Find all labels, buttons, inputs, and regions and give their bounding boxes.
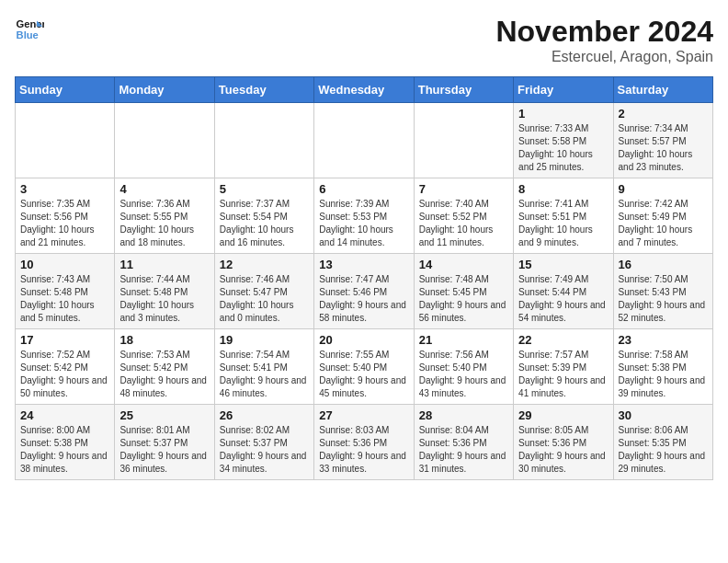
table-row: 17Sunrise: 7:52 AM Sunset: 5:42 PM Dayli… <box>16 329 115 405</box>
table-row: 25Sunrise: 8:01 AM Sunset: 5:37 PM Dayli… <box>115 405 214 480</box>
table-row: 18Sunrise: 7:53 AM Sunset: 5:42 PM Dayli… <box>115 329 214 405</box>
day-info: Sunrise: 7:33 AM Sunset: 5:58 PM Dayligh… <box>518 122 608 174</box>
day-number: 29 <box>518 408 608 422</box>
table-row: 27Sunrise: 8:03 AM Sunset: 5:36 PM Dayli… <box>314 405 414 480</box>
day-info: Sunrise: 7:56 AM Sunset: 5:40 PM Dayligh… <box>419 349 508 400</box>
table-row: 22Sunrise: 7:57 AM Sunset: 5:39 PM Dayli… <box>514 329 613 405</box>
table-row: 10Sunrise: 7:43 AM Sunset: 5:48 PM Dayli… <box>16 254 115 329</box>
table-row: 30Sunrise: 8:06 AM Sunset: 5:35 PM Dayli… <box>613 405 712 480</box>
table-row: 8Sunrise: 7:41 AM Sunset: 5:51 PM Daylig… <box>514 178 613 254</box>
day-info: Sunrise: 7:36 AM Sunset: 5:55 PM Dayligh… <box>119 198 209 249</box>
day-info: Sunrise: 7:53 AM Sunset: 5:42 PM Dayligh… <box>119 349 209 400</box>
table-row <box>214 103 313 178</box>
day-number: 6 <box>319 182 408 196</box>
day-number: 11 <box>119 258 209 271</box>
day-number: 10 <box>20 258 109 271</box>
table-row: 2Sunrise: 7:34 AM Sunset: 5:57 PM Daylig… <box>613 103 712 178</box>
day-number: 8 <box>518 182 608 196</box>
header-thursday: Thursday <box>414 77 513 103</box>
table-row: 11Sunrise: 7:44 AM Sunset: 5:48 PM Dayli… <box>115 254 214 329</box>
day-number: 5 <box>220 182 309 196</box>
svg-text:Blue: Blue <box>17 29 39 40</box>
header-friday: Friday <box>514 77 613 103</box>
day-number: 9 <box>619 182 708 196</box>
day-info: Sunrise: 7:39 AM Sunset: 5:53 PM Dayligh… <box>319 198 408 249</box>
day-number: 30 <box>619 408 708 422</box>
day-info: Sunrise: 7:49 AM Sunset: 5:44 PM Dayligh… <box>518 273 608 325</box>
day-number: 23 <box>619 333 708 347</box>
table-row: 5Sunrise: 7:37 AM Sunset: 5:54 PM Daylig… <box>214 178 313 254</box>
day-number: 27 <box>319 408 408 422</box>
day-number: 3 <box>20 182 109 196</box>
day-info: Sunrise: 8:03 AM Sunset: 5:36 PM Dayligh… <box>319 424 408 476</box>
day-number: 28 <box>419 408 508 422</box>
day-info: Sunrise: 8:04 AM Sunset: 5:36 PM Dayligh… <box>419 424 508 476</box>
table-row: 26Sunrise: 8:02 AM Sunset: 5:37 PM Dayli… <box>214 405 313 480</box>
day-number: 24 <box>20 408 109 422</box>
calendar-body: 1Sunrise: 7:33 AM Sunset: 5:58 PM Daylig… <box>16 103 713 480</box>
calendar-table: Sunday Monday Tuesday Wednesday Thursday… <box>15 76 713 480</box>
day-info: Sunrise: 7:52 AM Sunset: 5:42 PM Dayligh… <box>20 349 109 400</box>
header-tuesday: Tuesday <box>214 77 313 103</box>
day-info: Sunrise: 7:54 AM Sunset: 5:41 PM Dayligh… <box>220 349 309 400</box>
day-info: Sunrise: 8:06 AM Sunset: 5:35 PM Dayligh… <box>619 424 708 476</box>
day-number: 1 <box>518 107 608 121</box>
table-row: 4Sunrise: 7:36 AM Sunset: 5:55 PM Daylig… <box>115 178 214 254</box>
day-number: 4 <box>119 182 209 196</box>
day-number: 21 <box>419 333 508 347</box>
day-info: Sunrise: 7:43 AM Sunset: 5:48 PM Dayligh… <box>20 273 109 325</box>
day-info: Sunrise: 7:42 AM Sunset: 5:49 PM Dayligh… <box>619 198 708 249</box>
location: Estercuel, Aragon, Spain <box>495 49 713 65</box>
table-row: 7Sunrise: 7:40 AM Sunset: 5:52 PM Daylig… <box>414 178 513 254</box>
table-row: 6Sunrise: 7:39 AM Sunset: 5:53 PM Daylig… <box>314 178 414 254</box>
logo: General Blue <box>15 15 44 44</box>
table-row: 1Sunrise: 7:33 AM Sunset: 5:58 PM Daylig… <box>514 103 613 178</box>
day-info: Sunrise: 7:34 AM Sunset: 5:57 PM Dayligh… <box>619 122 708 174</box>
day-number: 17 <box>20 333 109 347</box>
table-row: 20Sunrise: 7:55 AM Sunset: 5:40 PM Dayli… <box>314 329 414 405</box>
day-number: 18 <box>119 333 209 347</box>
day-info: Sunrise: 8:02 AM Sunset: 5:37 PM Dayligh… <box>220 424 309 476</box>
day-number: 15 <box>518 258 608 271</box>
table-row <box>414 103 513 178</box>
logo-icon: General Blue <box>15 15 44 44</box>
day-number: 2 <box>619 107 708 121</box>
day-info: Sunrise: 7:58 AM Sunset: 5:38 PM Dayligh… <box>619 349 708 400</box>
day-info: Sunrise: 7:40 AM Sunset: 5:52 PM Dayligh… <box>419 198 508 249</box>
day-info: Sunrise: 7:35 AM Sunset: 5:56 PM Dayligh… <box>20 198 109 249</box>
day-info: Sunrise: 7:50 AM Sunset: 5:43 PM Dayligh… <box>619 273 708 325</box>
day-info: Sunrise: 7:46 AM Sunset: 5:47 PM Dayligh… <box>220 273 309 325</box>
page-header: General Blue November 2024 Estercuel, Ar… <box>15 15 713 65</box>
day-info: Sunrise: 7:57 AM Sunset: 5:39 PM Dayligh… <box>518 349 608 400</box>
table-row: 29Sunrise: 8:05 AM Sunset: 5:36 PM Dayli… <box>514 405 613 480</box>
day-number: 19 <box>220 333 309 347</box>
header-sunday: Sunday <box>16 77 115 103</box>
day-number: 25 <box>119 408 209 422</box>
calendar-header: Sunday Monday Tuesday Wednesday Thursday… <box>16 77 713 103</box>
day-number: 22 <box>518 333 608 347</box>
day-number: 12 <box>220 258 309 271</box>
day-number: 13 <box>319 258 408 271</box>
day-info: Sunrise: 8:00 AM Sunset: 5:38 PM Dayligh… <box>20 424 109 476</box>
table-row: 19Sunrise: 7:54 AM Sunset: 5:41 PM Dayli… <box>214 329 313 405</box>
table-row <box>16 103 115 178</box>
header-saturday: Saturday <box>613 77 712 103</box>
header-wednesday: Wednesday <box>314 77 414 103</box>
day-info: Sunrise: 7:55 AM Sunset: 5:40 PM Dayligh… <box>319 349 408 400</box>
table-row <box>115 103 214 178</box>
table-row: 9Sunrise: 7:42 AM Sunset: 5:49 PM Daylig… <box>613 178 712 254</box>
table-row: 16Sunrise: 7:50 AM Sunset: 5:43 PM Dayli… <box>613 254 712 329</box>
table-row: 28Sunrise: 8:04 AM Sunset: 5:36 PM Dayli… <box>414 405 513 480</box>
day-info: Sunrise: 7:44 AM Sunset: 5:48 PM Dayligh… <box>119 273 209 325</box>
table-row: 3Sunrise: 7:35 AM Sunset: 5:56 PM Daylig… <box>16 178 115 254</box>
day-number: 7 <box>419 182 508 196</box>
day-number: 26 <box>220 408 309 422</box>
month-title: November 2024 <box>495 15 713 49</box>
day-info: Sunrise: 7:48 AM Sunset: 5:45 PM Dayligh… <box>419 273 508 325</box>
day-info: Sunrise: 8:05 AM Sunset: 5:36 PM Dayligh… <box>518 424 608 476</box>
table-row: 14Sunrise: 7:48 AM Sunset: 5:45 PM Dayli… <box>414 254 513 329</box>
table-row: 13Sunrise: 7:47 AM Sunset: 5:46 PM Dayli… <box>314 254 414 329</box>
table-row: 23Sunrise: 7:58 AM Sunset: 5:38 PM Dayli… <box>613 329 712 405</box>
table-row: 12Sunrise: 7:46 AM Sunset: 5:47 PM Dayli… <box>214 254 313 329</box>
table-row <box>314 103 414 178</box>
